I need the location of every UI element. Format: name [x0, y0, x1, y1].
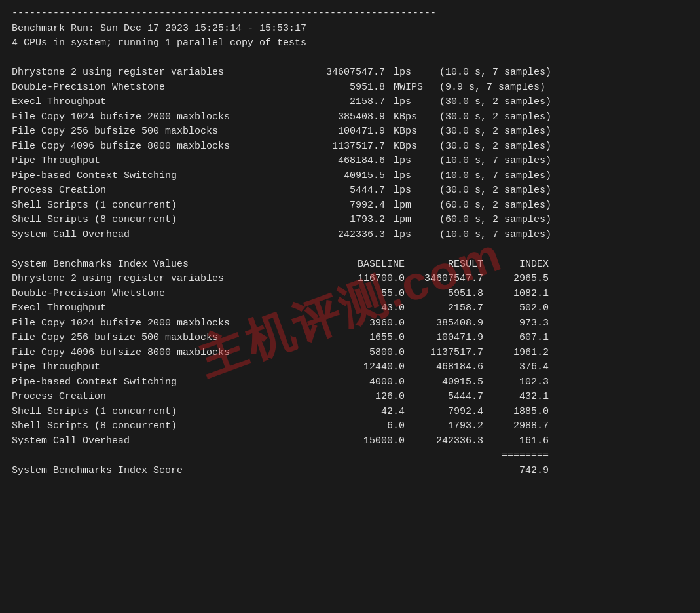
index-row-baseline: 43.0 [333, 301, 405, 316]
bench-samples: (30.0 s, 2 samples) [431, 139, 551, 155]
index-table-row: File Copy 4096 bufsize 8000 maxblocks580… [12, 346, 688, 361]
index-row-baseline: 12440.0 [333, 360, 405, 375]
index-table-row: Shell Scripts (1 concurrent)42.47992.418… [12, 405, 688, 420]
bench-samples: (60.0 s, 2 samples) [431, 213, 551, 228]
index-row-baseline: 15000.0 [333, 434, 405, 449]
score-value: 742.9 [483, 464, 549, 479]
index-header-index: INDEX [483, 257, 549, 272]
index-row-index: 102.3 [483, 375, 549, 390]
index-table-row: Pipe-based Context Switching4000.040915.… [12, 375, 688, 390]
index-row-result: 100471.9 [405, 331, 483, 346]
bench-value: 34607547.7 [293, 65, 385, 81]
index-row-label: File Copy 4096 bufsize 8000 maxblocks [12, 346, 333, 361]
index-row-index: 2965.5 [483, 272, 549, 287]
bench-label: Pipe Throughput [12, 154, 293, 169]
bench-unit: MWIPS [385, 81, 431, 96]
index-row-baseline: 1655.0 [333, 331, 405, 346]
score-row: System Benchmarks Index Score 742.9 [12, 464, 688, 479]
bench-label: Double-Precision Whetstone [12, 81, 293, 96]
index-table-row: File Copy 1024 bufsize 2000 maxblocks396… [12, 316, 688, 331]
index-table-row: Dhrystone 2 using register variables1167… [12, 272, 688, 287]
index-row-label: Execl Throughput [12, 301, 333, 316]
index-row-result: 7992.4 [405, 405, 483, 420]
bench-unit: lps [385, 154, 431, 169]
index-row-result: 468184.6 [405, 360, 483, 375]
index-row-result: 1793.2 [405, 419, 483, 434]
benchmark-row: Pipe-based Context Switching40915.5 lps … [12, 169, 688, 184]
bench-samples: (30.0 s, 2 samples) [431, 183, 551, 198]
bench-value: 5951.8 [293, 81, 385, 96]
benchmark-row: Shell Scripts (1 concurrent)7992.4 lpm (… [12, 198, 688, 214]
index-row-baseline: 3960.0 [333, 316, 405, 331]
index-table-row: Double-Precision Whetstone55.05951.81082… [12, 287, 688, 302]
index-row-baseline: 116700.0 [333, 272, 405, 287]
index-row-label: Double-Precision Whetstone [12, 287, 333, 302]
bench-samples: (10.0 s, 7 samples) [431, 65, 551, 81]
bench-unit: lps [385, 169, 431, 184]
benchmark-row: Execl Throughput2158.7 lps (30.0 s, 2 sa… [12, 95, 688, 110]
index-header-label: System Benchmarks Index Values [12, 257, 333, 272]
bench-value: 242336.3 [293, 228, 385, 243]
bench-label: File Copy 1024 bufsize 2000 maxblocks [12, 110, 293, 125]
index-row-index: 1885.0 [483, 405, 549, 420]
bench-samples: (30.0 s, 2 samples) [431, 110, 551, 125]
separator-line: ----------------------------------------… [12, 7, 688, 22]
index-table-body: Dhrystone 2 using register variables1167… [12, 272, 688, 449]
benchmark-row: File Copy 4096 bufsize 8000 maxblocks113… [12, 139, 688, 155]
benchmark-row: Dhrystone 2 using register variables3460… [12, 65, 688, 81]
bench-value: 5444.7 [293, 183, 385, 198]
bench-unit: lpm [385, 213, 431, 228]
bench-unit: KBps [385, 110, 431, 125]
bench-unit: lps [385, 95, 431, 110]
bench-samples: (10.0 s, 7 samples) [431, 169, 551, 184]
score-label: System Benchmarks Index Score [12, 464, 333, 479]
bench-samples: (10.0 s, 7 samples) [431, 154, 551, 169]
benchmark-row: Double-Precision Whetstone5951.8 MWIPS (… [12, 81, 688, 96]
index-row-label: Pipe-based Context Switching [12, 375, 333, 390]
benchmark-row: Process Creation5444.7 lps (30.0 s, 2 sa… [12, 183, 688, 198]
bench-samples: (60.0 s, 2 samples) [431, 198, 551, 214]
index-row-index: 1082.1 [483, 287, 549, 302]
index-row-index: 1961.2 [483, 346, 549, 361]
bench-label: File Copy 256 bufsize 500 maxblocks [12, 124, 293, 139]
index-row-label: Shell Scripts (8 concurrent) [12, 419, 333, 434]
index-row-baseline: 55.0 [333, 287, 405, 302]
index-table-row: Pipe Throughput12440.0468184.6376.4 [12, 360, 688, 375]
index-row-index: 432.1 [483, 390, 549, 405]
bench-value: 1137517.7 [293, 139, 385, 155]
bench-value: 468184.6 [293, 154, 385, 169]
index-row-index: 161.6 [483, 434, 549, 449]
index-row-result: 242336.3 [405, 434, 483, 449]
index-row-result: 5951.8 [405, 287, 483, 302]
index-header-baseline: BASELINE [333, 257, 405, 272]
index-row-baseline: 4000.0 [333, 375, 405, 390]
index-row-label: File Copy 1024 bufsize 2000 maxblocks [12, 316, 333, 331]
benchmark-row: File Copy 1024 bufsize 2000 maxblocks385… [12, 110, 688, 125]
equals-divider-row: ======== [12, 449, 688, 464]
benchmark-run-header: Benchmark Run: Sun Dec 17 2023 15:25:14 … [12, 22, 688, 37]
bench-samples: (30.0 s, 2 samples) [431, 124, 551, 139]
bench-value: 2158.7 [293, 95, 385, 110]
benchmark-row: System Call Overhead242336.3 lps (10.0 s… [12, 228, 688, 243]
bench-samples: (10.0 s, 7 samples) [431, 228, 551, 243]
index-row-result: 385408.9 [405, 316, 483, 331]
bench-unit: KBps [385, 139, 431, 155]
index-table-row: Process Creation126.05444.7432.1 [12, 390, 688, 405]
index-row-baseline: 42.4 [333, 405, 405, 420]
bench-unit: lps [385, 183, 431, 198]
bench-label: Execl Throughput [12, 95, 293, 110]
bench-value: 385408.9 [293, 110, 385, 125]
index-row-label: System Call Overhead [12, 434, 333, 449]
index-row-label: Shell Scripts (1 concurrent) [12, 405, 333, 420]
index-row-result: 1137517.7 [405, 346, 483, 361]
index-row-label: Dhrystone 2 using register variables [12, 272, 333, 287]
bench-samples: (30.0 s, 2 samples) [431, 95, 551, 110]
index-row-result: 34607547.7 [405, 272, 483, 287]
index-row-index: 973.3 [483, 316, 549, 331]
index-row-result: 5444.7 [405, 390, 483, 405]
index-row-index: 607.1 [483, 331, 549, 346]
bench-value: 7992.4 [293, 198, 385, 214]
benchmark-list: Dhrystone 2 using register variables3460… [12, 65, 688, 242]
bench-label: Shell Scripts (1 concurrent) [12, 198, 293, 214]
index-row-index: 2988.7 [483, 419, 549, 434]
